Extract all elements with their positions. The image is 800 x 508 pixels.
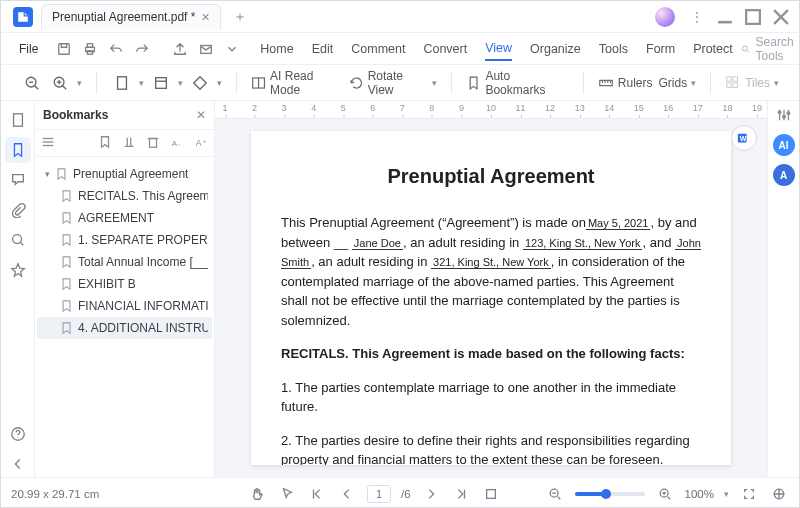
thumbnails-icon[interactable] — [5, 107, 31, 133]
horizontal-ruler: 12345678910111213141516171819 — [215, 101, 767, 119]
document-tab[interactable]: Prenuptial Agreement.pdf * ✕ — [41, 4, 221, 30]
menu-file[interactable]: File — [9, 38, 48, 60]
svg-point-45 — [782, 115, 785, 118]
page-input[interactable]: 1 — [367, 485, 391, 503]
tree-item[interactable]: FINANCIAL INFORMATION — [37, 295, 212, 317]
last-page-icon[interactable] — [451, 484, 471, 504]
first-page-icon[interactable] — [307, 484, 327, 504]
zoom-dropdown-status-icon[interactable]: ▾ — [724, 489, 729, 499]
hand-tool-icon[interactable] — [247, 484, 267, 504]
tree-item[interactable]: AGREEMENT — [37, 207, 212, 229]
tab-organize[interactable]: Organize — [530, 38, 581, 60]
tab-convert[interactable]: Convert — [423, 38, 467, 60]
background-dropdown-icon[interactable]: ▾ — [217, 78, 222, 88]
auto-bookmarks-button[interactable]: Auto Bookmarks — [466, 69, 569, 97]
zoom-out-icon[interactable] — [21, 72, 43, 94]
tab-edit[interactable]: Edit — [312, 38, 334, 60]
collapse-panel-icon[interactable] — [5, 451, 31, 477]
doc-list-2: 2. The parties desire to define their ri… — [281, 431, 701, 466]
chevron-down-icon[interactable] — [222, 39, 242, 59]
rotate-view-button[interactable]: Rotate View▾ — [349, 69, 438, 97]
ai-orb-icon[interactable] — [655, 7, 675, 27]
tree-item[interactable]: EXHIBIT B — [37, 273, 212, 295]
tree-item[interactable]: 1. SEPARATE PROPERTY. — [37, 229, 212, 251]
search-panel-icon[interactable] — [5, 227, 31, 253]
bookmark-rename-icon[interactable] — [122, 135, 136, 152]
email-icon[interactable] — [196, 39, 216, 59]
fields-icon[interactable] — [5, 257, 31, 283]
bookmark-icon — [56, 168, 67, 180]
tab-home[interactable]: Home — [260, 38, 293, 60]
select-tool-icon[interactable] — [277, 484, 297, 504]
search-tools-label: Search Tools — [756, 35, 799, 63]
redo-icon[interactable] — [132, 39, 152, 59]
print-icon[interactable] — [80, 39, 100, 59]
close-tab-icon[interactable]: ✕ — [201, 11, 210, 24]
close-panel-icon[interactable]: ✕ — [196, 108, 206, 122]
tab-comment[interactable]: Comment — [351, 38, 405, 60]
rulers-button[interactable]: Rulers — [598, 75, 653, 91]
tiles-button[interactable]: Tiles▾ — [725, 75, 779, 91]
svg-rect-5 — [88, 50, 93, 54]
page-content: Prenuptial Agreement This Prenuptial Agr… — [251, 131, 731, 465]
share-icon[interactable] — [170, 39, 190, 59]
page-layout-icon[interactable] — [111, 72, 133, 94]
bookmarks-icon[interactable] — [5, 137, 31, 163]
tab-tools[interactable]: Tools — [599, 38, 628, 60]
bookmark-toolbar: A- A+ — [35, 129, 214, 157]
zoom-out-status-icon[interactable] — [545, 484, 565, 504]
read-mode-status-icon[interactable] — [769, 484, 789, 504]
tree-item-selected[interactable]: 4. ADDITIONAL INSTRUME — [37, 317, 212, 339]
party1-field: Jane Doe — [352, 237, 403, 250]
document-viewport[interactable]: Prenuptial Agreement This Prenuptial Agr… — [215, 119, 767, 477]
maximize-icon[interactable] — [741, 5, 765, 29]
page-display-icon[interactable] — [150, 72, 172, 94]
settings-slider-icon[interactable] — [776, 107, 792, 126]
attachments-icon[interactable] — [5, 197, 31, 223]
page-layout-dropdown-icon[interactable]: ▾ — [139, 78, 144, 88]
grids-button[interactable]: Grids▾ — [659, 76, 697, 90]
svg-rect-4 — [88, 43, 93, 47]
font-decrease-icon[interactable]: A- — [170, 135, 184, 152]
font-increase-icon[interactable]: A+ — [194, 135, 208, 152]
new-tab-button[interactable]: ＋ — [229, 6, 251, 28]
svg-rect-17 — [156, 77, 167, 88]
zoom-dropdown-icon[interactable]: ▾ — [77, 78, 82, 88]
word-export-icon[interactable]: W — [731, 125, 757, 151]
kebab-menu-icon[interactable]: ⋮ — [685, 5, 709, 29]
help-icon[interactable] — [5, 421, 31, 447]
close-window-icon[interactable] — [769, 5, 793, 29]
zoom-in-status-icon[interactable] — [655, 484, 675, 504]
save-icon[interactable] — [54, 39, 74, 59]
undo-icon[interactable] — [106, 39, 126, 59]
ai-chip[interactable]: AI — [773, 134, 795, 156]
chevron-down-icon: ▾ — [45, 169, 50, 179]
page-display-dropdown-icon[interactable]: ▾ — [178, 78, 183, 88]
next-page-icon[interactable] — [421, 484, 441, 504]
ai-read-mode-button[interactable]: AI Read Mode — [251, 69, 343, 97]
titlebar: Prenuptial Agreement.pdf * ✕ ＋ ⋮ — [1, 1, 799, 33]
zoom-slider[interactable] — [575, 492, 645, 496]
search-tools[interactable]: Search Tools — [741, 35, 799, 63]
tab-view[interactable]: View — [485, 37, 512, 61]
tree-item[interactable]: RECITALS. This Agreement — [37, 185, 212, 207]
bookmark-expand-icon[interactable] — [41, 135, 55, 152]
quick-icons — [54, 39, 152, 59]
tree-root[interactable]: ▾ Prenuptial Agreement — [37, 163, 212, 185]
address1-field: 123, King St., New York — [523, 237, 643, 250]
prev-page-icon[interactable] — [337, 484, 357, 504]
fit-page-icon[interactable] — [481, 484, 501, 504]
zoom-in-icon[interactable] — [49, 72, 71, 94]
svg-line-49 — [557, 496, 560, 499]
tab-form[interactable]: Form — [646, 38, 675, 60]
tiles-icon — [725, 75, 741, 91]
comments-icon[interactable] — [5, 167, 31, 193]
background-icon[interactable] — [189, 72, 211, 94]
bookmark-delete-icon[interactable] — [146, 135, 160, 152]
ai-chip-alt[interactable]: A — [773, 164, 795, 186]
tab-protect[interactable]: Protect — [693, 38, 733, 60]
bookmark-add-icon[interactable] — [98, 135, 112, 152]
tree-item[interactable]: Total Annual Income [____ — [37, 251, 212, 273]
fullscreen-icon[interactable] — [739, 484, 759, 504]
minimize-icon[interactable] — [713, 5, 737, 29]
